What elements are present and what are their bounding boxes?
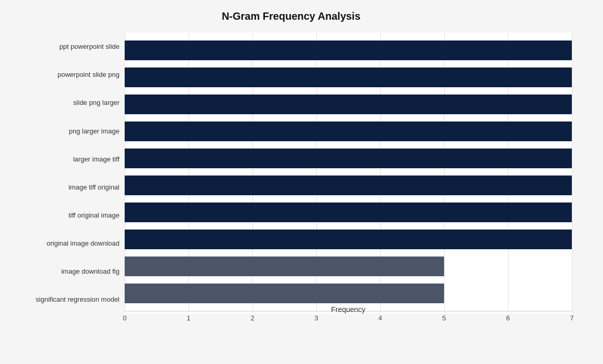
x-tick: 1 (186, 314, 190, 322)
bar (125, 176, 572, 195)
bars-section (125, 33, 572, 311)
chart-area: ppt powerpoint slidepowerpoint slide png… (10, 33, 572, 314)
bar-row (125, 280, 572, 307)
chart-title: N-Gram Frequency Analysis (10, 10, 572, 22)
y-label: image tiff original (10, 174, 119, 201)
plot-area: Frequency 01234567 (125, 33, 572, 314)
bar (125, 284, 444, 303)
y-label: larger image tiff (10, 145, 119, 172)
y-label: original image download (10, 230, 119, 257)
bar (125, 203, 572, 222)
y-label: png larger image (10, 117, 119, 144)
y-label: powerpoint slide png (10, 61, 119, 88)
y-label: significant regression model (10, 286, 119, 313)
y-label: slide png larger (10, 89, 119, 116)
bar (125, 68, 572, 87)
x-tick: 0 (123, 314, 126, 322)
x-tick: 7 (570, 314, 573, 322)
chart-container: N-Gram Frequency Analysis ppt powerpoint… (0, 0, 603, 364)
bar-row (125, 64, 572, 91)
bar (125, 149, 572, 168)
y-label: tiff original image (10, 202, 119, 229)
x-tick: 3 (314, 314, 318, 322)
gridline (572, 33, 572, 311)
bar-row (125, 145, 572, 172)
bar-row (125, 118, 572, 145)
bar (125, 122, 572, 141)
x-tick: 4 (378, 314, 382, 322)
bar (125, 95, 572, 114)
bar (125, 257, 444, 276)
bar (125, 230, 572, 249)
bar-row (125, 199, 572, 226)
bar-row (125, 91, 572, 118)
x-tick: 2 (250, 314, 254, 322)
y-label: image download fig (10, 258, 119, 285)
x-tick: 6 (506, 314, 510, 322)
bar-row (125, 226, 572, 253)
bar-row (125, 172, 572, 199)
y-axis: ppt powerpoint slidepowerpoint slide png… (10, 33, 125, 314)
y-label: ppt powerpoint slide (10, 33, 119, 60)
bar-row (125, 253, 572, 280)
x-axis-area: Frequency 01234567 (125, 311, 572, 314)
bar (125, 41, 572, 60)
bar-row (125, 37, 572, 64)
x-axis-label: Frequency (125, 305, 572, 314)
x-tick: 5 (442, 314, 446, 322)
